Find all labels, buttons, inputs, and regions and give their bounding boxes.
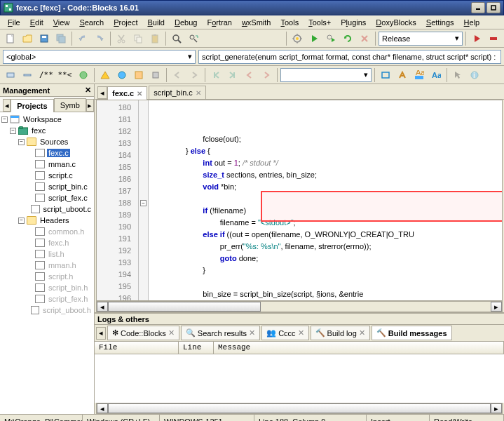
paste-button[interactable] [147,31,163,46]
find-button[interactable] [169,31,184,46]
match-case-button[interactable]: Aa [428,67,444,83]
tree-node[interactable]: script_uboot.c [1,203,93,215]
next-bookmark-button[interactable] [259,67,274,83]
comment-block-button[interactable] [3,67,18,83]
tabs-prev-button[interactable]: ◂ [3,99,11,112]
tree-node[interactable]: script_fex.c [1,192,93,203]
pointer-button[interactable] [450,67,465,83]
log-tab-cccc[interactable]: 👥Cccc✕ [261,326,308,340]
tree-label[interactable]: list.h [47,250,66,258]
nav-forward-button[interactable] [186,67,202,83]
code-line[interactable]: else if ((out = open(filename, O_WRONLY|… [149,229,502,241]
code-line[interactable]: bin_size = script_bin_size(script, §ions… [149,288,502,300]
doxy-run-button[interactable] [76,67,91,83]
h-scrollbar[interactable]: ◂ ▸ [96,301,503,312]
code-line[interactable]: } else { [149,145,502,157]
code-line[interactable]: } [149,265,502,276]
close-tab-button[interactable]: ✕ [359,328,365,338]
new-file-button[interactable] [3,31,18,46]
menu-plugins[interactable]: Plugins [336,17,371,28]
scroll-right-button[interactable]: ▸ [491,403,502,413]
expand-icon[interactable]: − [10,128,16,134]
header-file[interactable]: File [95,342,179,354]
editor-tab[interactable]: fexc.c✕ [107,86,147,100]
function-combo[interactable]: script_generate(enum script_format forma… [198,50,501,64]
doxy-html-button[interactable] [114,67,130,83]
menu-settings[interactable]: Settings [421,17,459,28]
tree-label[interactable]: script.c [47,171,74,180]
tree-node[interactable]: −Headers [1,215,93,226]
scroll-track[interactable] [108,302,491,312]
code-line[interactable]: if (!filename) [149,205,502,217]
menu-view[interactable]: View [48,17,75,28]
tree-node[interactable]: −Sources [1,136,93,147]
menu-fortran[interactable]: Fortran [202,17,236,28]
nav-back-button[interactable] [170,67,185,83]
log-tab-build-log[interactable]: 🔨Build log✕ [311,326,370,340]
close-panel-button[interactable]: ✕ [85,86,91,95]
menu-edit[interactable]: Edit [25,17,48,28]
scroll-track[interactable] [108,403,491,413]
scroll-thumb[interactable] [108,302,261,312]
copy-button[interactable] [130,31,146,46]
tree-node[interactable]: common.h [1,226,93,237]
code-line[interactable]: filename = "<stdout>"; [149,217,502,229]
code-line[interactable] [149,276,502,288]
open-file-button[interactable] [20,31,35,46]
expand-icon[interactable]: − [1,116,8,123]
tree-label[interactable]: Sources [39,138,69,146]
scope-combo[interactable]: <global> ▾ [3,50,196,64]
tree-label[interactable]: script_fex.c [47,194,89,202]
debug-run-button[interactable] [469,31,484,46]
tree-label[interactable]: mman.h [47,261,78,269]
rebuild-button[interactable] [340,31,355,46]
jump-back-button[interactable] [208,67,224,83]
doxy-config-button[interactable] [148,67,163,83]
menu-build[interactable]: Build [143,17,170,28]
doxy-warn-button[interactable] [97,67,113,83]
tree-node[interactable]: list.h [1,248,93,260]
menu-search[interactable]: Search [74,17,109,28]
code-line[interactable]: goto done; [149,253,502,265]
symbols-tab[interactable]: Symb [54,98,86,112]
tree-label[interactable]: script_fex.h [47,295,89,303]
code-editor[interactable]: 1801811821831841851861871881891901911921… [96,100,503,301]
scroll-right-button[interactable]: ▸ [491,302,502,312]
tree-node[interactable]: script_bin.c [1,181,93,192]
expand-icon[interactable]: − [18,139,25,145]
close-tab-button[interactable]: ✕ [168,328,175,338]
tree-node[interactable]: mman.h [1,260,93,271]
log-tab-code-blocks[interactable]: ✻Code::Blocks✕ [107,326,179,340]
projects-tab[interactable]: Projects [11,99,53,112]
highlight-all-button[interactable]: Aa [411,67,427,83]
tree-label[interactable]: Headers [39,216,71,225]
tree-label[interactable]: mman.c [47,160,77,168]
redo-button[interactable] [92,31,107,46]
tree-node[interactable]: script_uboot.h [1,305,93,316]
tree-label[interactable]: script_bin.c [47,182,89,191]
tabs-prev-button[interactable]: ◂ [97,86,107,99]
debug-continue-button[interactable] [486,31,501,46]
menu-help[interactable]: Help [459,17,485,28]
tree-label[interactable]: Workspace [22,115,63,123]
header-line[interactable]: Line [179,342,214,354]
tree-label[interactable]: script_uboot.h [41,306,93,314]
menu-tools+[interactable]: Tools+ [304,17,336,28]
close-tab-button[interactable]: ✕ [196,89,201,97]
tree-label[interactable]: fexc [30,126,47,135]
code-line[interactable]: void *bin; [149,181,502,193]
scroll-left-button[interactable]: ◂ [97,403,108,413]
info-button[interactable]: i [467,67,482,83]
menu-doxyblocks[interactable]: DoxyBlocks [371,17,421,28]
abort-button[interactable] [357,31,372,46]
tree-node[interactable]: −fexc [1,125,93,136]
close-tab-button[interactable]: ✕ [298,328,304,338]
jump-forward-button[interactable] [225,67,240,83]
log-h-scrollbar[interactable]: ◂ ▸ [96,403,503,414]
menu-tools[interactable]: Tools [275,17,304,28]
cut-button[interactable] [114,31,129,46]
tree-node[interactable]: −Workspace [1,114,93,125]
search-combo[interactable]: ▾ [280,68,372,82]
menu-project[interactable]: Project [109,17,142,28]
comment-line-button[interactable] [20,67,35,83]
